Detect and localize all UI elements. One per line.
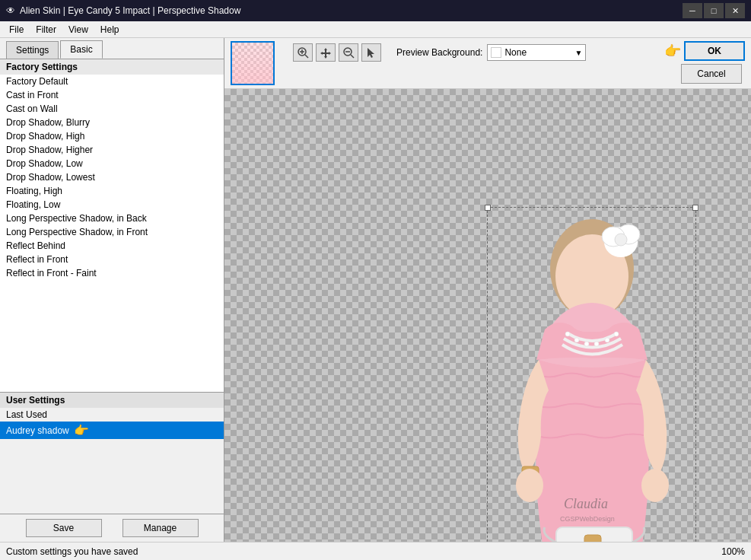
preset-item[interactable]: Cast in Front [0,88,224,102]
content-area: Settings Basic Factory Settings Factory … [0,38,751,542]
ok-area: 👉 OK [664,41,745,61]
svg-point-18 [584,342,589,346]
svg-rect-26 [584,535,601,542]
user-settings-list: User Settings Last Used Audrey shadow 👉 [0,393,224,439]
menu-help[interactable]: Help [94,23,126,37]
svg-point-24 [641,469,669,502]
select-icon [365,46,377,59]
preset-item[interactable]: Floating, Low [0,198,224,212]
pointer-icon: 👉 [74,423,89,438]
bottom-buttons: Save Manage [0,514,224,542]
resize-handle-tr[interactable] [692,205,698,211]
app-icon: 👁 [6,5,15,16]
manage-button[interactable]: Manage [123,519,199,537]
status-message: Custom settings you have saved [6,546,138,557]
pan-button[interactable] [316,43,336,62]
zoom-in-icon [342,46,355,59]
title-bar: 👁 Alien Skin | Eye Candy 5 Impact | Pers… [0,0,751,21]
ok-button[interactable]: OK [684,41,745,61]
tabs-row: Settings Basic [0,38,224,59]
preset-item[interactable]: Drop Shadow, Low [0,157,224,170]
pan-icon [320,46,332,59]
status-bar: Custom settings you have saved 100% [0,542,751,560]
right-top: Preview Background: None ▼ 👉 OK Cancel [224,38,751,89]
ok-pointer-icon: 👉 [664,43,681,59]
girl-figure: Claudia CGSPWebDesign [488,208,697,542]
svg-point-16 [565,332,570,336]
svg-point-13 [615,234,627,246]
preset-item[interactable]: Factory Default [0,75,224,88]
color-swatch [491,47,501,58]
resize-handle-tl[interactable] [485,205,491,211]
svg-point-19 [594,342,599,346]
cancel-button[interactable]: Cancel [681,64,742,84]
thumbnail-image [231,41,275,85]
user-settings-section: User Settings Last Used Audrey shadow 👉 [0,393,224,514]
presets-group-header: Factory Settings [0,59,224,75]
svg-text:Claudia: Claudia [564,496,608,511]
right-panel: Preview Background: None ▼ 👉 OK Cancel [224,38,751,542]
user-settings-header: User Settings [0,393,224,408]
svg-line-5 [351,55,354,58]
minimize-button[interactable]: ─ [683,3,702,18]
svg-point-23 [516,469,543,502]
svg-line-1 [305,55,308,58]
user-setting-last-used[interactable]: Last Used [0,408,224,422]
menu-view[interactable]: View [62,23,94,37]
zoom-fit-icon [297,46,309,59]
preset-item[interactable]: Drop Shadow, High [0,129,224,143]
dropdown-arrow-icon: ▼ [574,49,582,57]
preset-item[interactable]: Cast on Wall [0,102,224,116]
toolbar: Preview Background: None ▼ [287,41,658,64]
preview-bg-label: Preview Background: [396,47,482,58]
svg-point-17 [574,338,579,342]
zoom-fit-button[interactable] [293,43,313,62]
preset-item[interactable]: Reflect Behind [0,239,224,253]
presets-section: Factory Settings Factory Default Cast in… [0,59,224,393]
zoom-in-button[interactable] [339,43,358,62]
svg-point-21 [614,332,619,336]
preset-item[interactable]: Drop Shadow, Blurry [0,116,224,129]
subject-container: Claudia CGSPWebDesign [487,207,696,542]
preview-bg-area: Preview Background: None ▼ [396,44,586,61]
thumbnail-area [231,41,275,85]
ok-cancel-area: 👉 OK Cancel [664,41,745,84]
preset-item[interactable]: Reflect in Front - Faint [0,266,224,280]
close-button[interactable]: ✕ [725,3,745,18]
select-button[interactable] [361,43,381,62]
preset-item[interactable]: Long Perspective Shadow, in Back [0,212,224,225]
save-button[interactable]: Save [26,519,102,537]
maximize-button[interactable]: □ [704,3,724,18]
preset-item[interactable]: Reflect in Front [0,253,224,266]
menu-file[interactable]: File [3,23,30,37]
svg-text:CGSPWebDesign: CGSPWebDesign [560,515,615,523]
tab-basic[interactable]: Basic [60,40,102,59]
preset-item[interactable]: Drop Shadow, Higher [0,143,224,157]
svg-point-20 [605,338,609,342]
presets-list: Factory Settings Factory Default Cast in… [0,59,224,392]
preset-item[interactable]: Long Perspective Shadow, in Front [0,225,224,239]
user-setting-audrey[interactable]: Audrey shadow 👉 [0,422,224,439]
presets-list-container: Factory Settings Factory Default Cast in… [0,59,224,392]
preview-area[interactable]: Claudia CGSPWebDesign [224,89,751,542]
preset-item[interactable]: Floating, High [0,184,224,198]
thumbnail-overlay [232,43,273,84]
zoom-level: 100% [721,546,745,557]
left-panel: Settings Basic Factory Settings Factory … [0,38,224,542]
tab-settings[interactable]: Settings [6,41,59,59]
preset-item[interactable]: Drop Shadow, Lowest [0,170,224,184]
preview-bg-select[interactable]: None ▼ [487,44,586,61]
menu-filter[interactable]: Filter [30,23,62,37]
title-text: Alien Skin | Eye Candy 5 Impact | Perspe… [20,5,240,16]
menu-bar: File Filter View Help [0,21,751,38]
